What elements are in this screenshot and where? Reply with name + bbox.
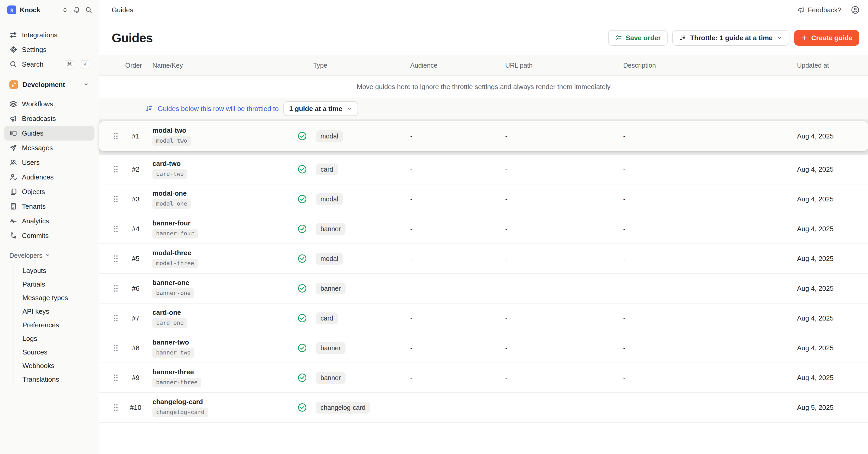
guide-url-path: - [501,225,619,233]
guide-url-path: - [501,195,619,203]
sidebar-item-analytics[interactable]: Analytics [4,214,94,228]
drag-handle-icon[interactable] [106,254,125,263]
drag-handle-icon[interactable] [106,284,125,293]
sidebar-item-translations[interactable]: Translations [14,372,94,386]
throttle-value: 1 guide at a time [289,105,342,113]
ignore-throttle-message: Move guides here to ignore the throttle … [357,83,611,91]
sidebar-item-label: Integrations [22,31,57,39]
sidebar-item-layouts[interactable]: Layouts [14,264,94,277]
sidebar-item-partials[interactable]: Partials [14,277,94,291]
bell-icon[interactable] [73,6,81,13]
topbar: Guides Feedback? [99,0,868,20]
guide-description: - [619,132,797,140]
save-order-button[interactable]: Save order [608,30,668,46]
sidebar-item-logs[interactable]: Logs [14,332,94,345]
broadcasts-icon [9,115,17,122]
active-status-icon [298,132,313,141]
developers-section-toggle[interactable]: Developers [4,249,94,262]
guide-row[interactable]: #4banner-fourbanner-fourbanner---Aug 4, … [99,214,868,244]
environment-switcher[interactable]: Development [4,77,94,92]
sidebar-item-workflows[interactable]: Workflows [4,97,94,111]
guide-row[interactable]: #3modal-onemodal-onemodal---Aug 4, 2025 [99,185,868,214]
guide-key-badge: modal-one [152,199,191,209]
feedback-button[interactable]: Feedback? [797,6,841,14]
sidebar-top-nav: Integrations Settings Search⌘K [0,20,99,72]
throttle-divider-row: Guides below this row will be throttled … [99,98,868,120]
sidebar-item-guides[interactable]: Guides [4,126,94,141]
sidebar-item-audiences[interactable]: Audiences [4,170,94,185]
guide-row[interactable]: #6banner-onebanner-onebanner---Aug 4, 20… [99,274,868,304]
sidebar-item-api-keys[interactable]: API keys [14,305,94,318]
active-status-icon [298,254,313,263]
guide-row[interactable]: #1modal-twomodal-twomodal---Aug 4, 2025 [99,121,868,151]
account-avatar-icon[interactable] [851,5,860,15]
shortcut-key: ⌘ [65,60,74,68]
drag-handle-icon[interactable] [106,403,125,412]
drag-handle-icon[interactable] [106,195,125,203]
sidebar-item-settings[interactable]: Settings [4,42,94,57]
guide-order: #2 [125,165,146,173]
active-status-icon [298,284,313,293]
guide-row[interactable]: #7card-onecard-onecard---Aug 4, 2025 [99,304,868,333]
sidebar-item-label: Tenants [22,202,46,210]
drag-handle-icon[interactable] [106,373,125,382]
drag-handle-icon[interactable] [106,314,125,322]
drag-handle-icon[interactable] [106,343,125,352]
guide-type-badge: banner [316,372,345,384]
guide-audience: - [406,132,501,140]
commits-icon [9,232,17,239]
active-status-icon [298,403,313,412]
guide-name: banner-four [152,219,190,227]
workspace-switcher[interactable]: k Knock [0,0,99,20]
drag-handle-icon[interactable] [106,165,125,174]
guide-updated-at: Aug 4, 2025 [797,344,868,352]
guide-row[interactable]: #10changelog-cardchangelog-cardchangelog… [99,393,868,423]
drag-handle-icon[interactable] [106,132,125,141]
guide-row[interactable]: #9banner-threebanner-threebanner---Aug 4… [99,363,868,393]
col-header-url-path: URL path [501,62,619,69]
guide-description: - [619,195,797,203]
unfold-icon[interactable] [62,6,68,13]
guide-name-cell: modal-threemodal-three [146,249,298,268]
active-status-icon [298,313,313,323]
breadcrumb[interactable]: Guides [112,6,133,14]
create-guide-button[interactable]: Create guide [794,30,859,46]
sidebar-item-preferences[interactable]: Preferences [14,318,94,332]
guide-type-badge: banner [316,223,345,235]
sidebar-item-tenants[interactable]: Tenants [4,199,94,214]
ignore-throttle-dropzone[interactable]: Move guides here to ignore the throttle … [99,76,868,98]
guide-name: banner-one [152,279,189,287]
audiences-icon [9,173,17,181]
sidebar-item-commits[interactable]: Commits [4,228,94,243]
guide-row[interactable]: #8banner-twobanner-twobanner---Aug 4, 20… [99,333,868,363]
objects-icon [9,188,17,196]
sidebar-item-integrations[interactable]: Integrations [4,28,94,42]
guide-type-cell: card [313,164,406,175]
guide-order: #6 [125,284,146,292]
guide-name: banner-three [152,368,194,376]
guide-type-cell: banner [313,223,406,235]
throttle-dropdown-button[interactable]: Throttle: 1 guide at a time [672,30,789,46]
active-status-icon [298,373,313,382]
guide-row[interactable]: #5modal-threemodal-threemodal---Aug 4, 2… [99,244,868,274]
sidebar-item-search[interactable]: Search⌘K [4,57,94,72]
sidebar-item-objects[interactable]: Objects [4,185,94,199]
sidebar-item-label: Objects [22,188,45,196]
guide-key-badge: card-one [152,318,187,328]
guide-row[interactable]: #2card-twocard-twocard---Aug 4, 2025 [99,154,868,185]
guide-type-badge: modal [316,253,343,265]
sidebar-item-messages[interactable]: Messages [4,141,94,155]
guide-audience: - [406,165,501,173]
sidebar-item-message-types[interactable]: Message types [14,291,94,305]
guide-order: #7 [125,314,146,322]
search-icon[interactable] [85,6,92,13]
throttle-value-select[interactable]: 1 guide at a time [283,101,358,116]
drag-handle-icon[interactable] [106,224,125,233]
sidebar-item-sources[interactable]: Sources [14,345,94,359]
guide-description: - [619,225,797,233]
col-header-updated-at: Updated at [797,62,868,69]
page-header: Guides Save order Throttle: 1 guide at a… [99,20,868,55]
sidebar-item-broadcasts[interactable]: Broadcasts [4,111,94,126]
sidebar-item-webhooks[interactable]: Webhooks [14,359,94,372]
sidebar-item-users[interactable]: Users [4,155,94,170]
